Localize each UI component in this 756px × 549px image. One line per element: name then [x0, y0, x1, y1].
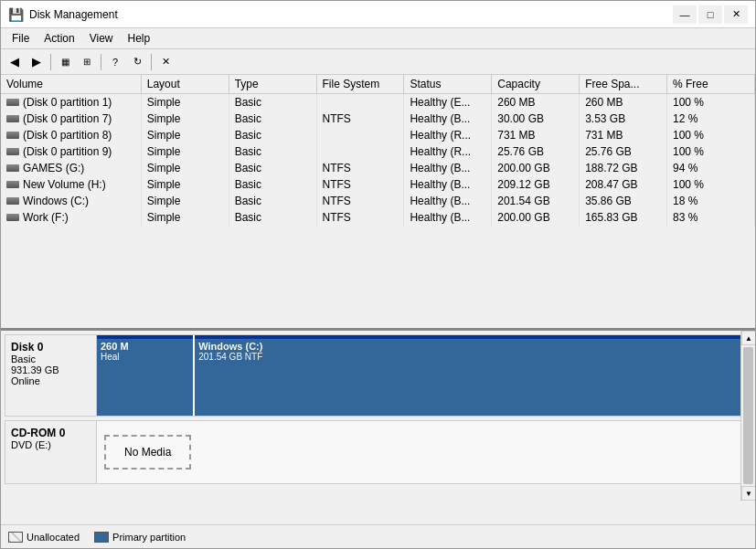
back-button[interactable]: ◀ — [5, 52, 25, 72]
table-cell: Simple — [141, 94, 229, 111]
table-cell: 12 % — [667, 111, 755, 127]
col-type[interactable]: Type — [229, 75, 316, 94]
disk-0-partitions: 260 MHealWindows (C:)201.54 GB NTFWork (… — [97, 335, 751, 416]
forward-button[interactable]: ▶ — [27, 52, 47, 72]
cdrom-status: No Media — [124, 446, 171, 459]
table-row[interactable]: (Disk 0 partition 1)SimpleBasicHealthy (… — [1, 94, 755, 111]
table-cell: 94 % — [667, 160, 755, 176]
col-filesystem[interactable]: File System — [316, 75, 404, 94]
table-row[interactable]: (Disk 0 partition 9)SimpleBasicHealthy (… — [1, 143, 755, 160]
table-cell: (Disk 0 partition 1) — [1, 94, 141, 111]
table-row[interactable]: Windows (C:)SimpleBasicNTFSHealthy (B...… — [1, 193, 755, 209]
table-row[interactable]: Work (F:)SimpleBasicNTFSHealthy (B...200… — [1, 209, 755, 226]
table-cell: Basic — [229, 176, 316, 193]
table-cell: 25.76 GB — [580, 143, 667, 160]
window-icon: 💾 — [8, 7, 24, 22]
menu-help[interactable]: Help — [121, 30, 158, 47]
help-button[interactable]: ? — [105, 52, 125, 72]
table-cell: 165.83 GB — [580, 209, 667, 226]
table-cell: Simple — [141, 176, 229, 193]
cancel-button[interactable]: ✕ — [155, 52, 176, 72]
table-cell: (Disk 0 partition 9) — [1, 143, 141, 160]
scroll-up-button[interactable]: ▲ — [741, 331, 755, 345]
table-cell: GAMES (G:) — [1, 160, 141, 176]
minimize-button[interactable]: — — [673, 5, 697, 24]
table-cell — [316, 127, 404, 143]
partition-name: Windows (C:) — [198, 341, 751, 352]
cdrom-label: CD-ROM 0 DVD (E:) — [5, 421, 97, 483]
cdrom-content: No Media — [97, 421, 751, 483]
table-row[interactable]: New Volume (H:)SimpleBasicNTFSHealthy (B… — [1, 176, 755, 193]
col-pct[interactable]: % Free — [667, 75, 755, 94]
scroll-thumb[interactable] — [743, 347, 753, 484]
col-layout[interactable]: Layout — [141, 75, 229, 94]
table-cell: 188.72 GB — [580, 160, 667, 176]
close-button[interactable]: ✕ — [724, 5, 748, 24]
table-cell: Windows (C:) — [1, 193, 141, 209]
table-cell: Work (F:) — [1, 209, 141, 226]
legend-unallocated-label: Unallocated — [27, 532, 80, 543]
cdrom-row: CD-ROM 0 DVD (E:) No Media — [5, 420, 751, 484]
menu-view[interactable]: View — [82, 30, 121, 47]
disk-0-status: Online — [11, 375, 91, 386]
disk-button[interactable]: ⊞ — [77, 52, 97, 72]
table-cell — [316, 143, 404, 160]
table-cell: 200.00 GB — [492, 209, 580, 226]
table-cell: 201.54 GB — [492, 193, 580, 209]
col-status[interactable]: Status — [404, 75, 492, 94]
main-content: Volume Layout Type File System Status Ca… — [1, 75, 755, 548]
legend-primary-box — [94, 532, 109, 543]
table-cell: Simple — [141, 193, 229, 209]
disk-0-label: Disk 0 Basic 931.39 GB Online — [5, 335, 97, 416]
table-cell: 35.86 GB — [580, 193, 667, 209]
cdrom-media: No Media — [104, 435, 191, 470]
menu-bar: File Action View Help — [1, 28, 755, 49]
table-cell: Simple — [141, 143, 229, 160]
window-title: Disk Management — [29, 8, 118, 21]
refresh-button[interactable]: ↻ — [127, 52, 147, 72]
disk-0-type: Basic — [11, 354, 91, 364]
table-cell: Simple — [141, 127, 229, 143]
table-cell: Basic — [229, 209, 316, 226]
table-cell: Basic — [229, 94, 316, 111]
table-container[interactable]: Volume Layout Type File System Status Ca… — [1, 75, 755, 328]
cdrom-name: CD-ROM 0 — [11, 427, 91, 439]
table-cell: 731 MB — [580, 127, 667, 143]
menu-file[interactable]: File — [5, 30, 37, 47]
table-cell: Basic — [229, 160, 316, 176]
table-cell: 25.76 GB — [492, 143, 580, 160]
toolbar: ◀ ▶ ▦ ⊞ ? ↻ ✕ — [1, 49, 755, 75]
table-cell: Simple — [141, 209, 229, 226]
table-cell: Healthy (B... — [404, 176, 492, 193]
maximize-button[interactable]: □ — [698, 5, 722, 24]
table-cell: 100 % — [667, 176, 755, 193]
disk-view[interactable]: Disk 0 Basic 931.39 GB Online 260 MHealW… — [1, 331, 755, 524]
legend-unallocated-box — [8, 532, 23, 543]
disk-0-row: Disk 0 Basic 931.39 GB Online 260 MHealW… — [5, 334, 751, 417]
col-volume[interactable]: Volume — [1, 75, 141, 94]
col-capacity[interactable]: Capacity — [492, 75, 580, 94]
partition-sub: Heal — [101, 352, 189, 362]
partition[interactable]: 260 MHeal — [97, 335, 195, 416]
scroll-down-button[interactable]: ▼ — [741, 486, 755, 501]
partition-name: 260 M — [101, 341, 189, 352]
table-cell: Healthy (R... — [404, 127, 492, 143]
toolbar-separator-3 — [151, 54, 152, 70]
table-cell — [316, 94, 404, 111]
col-free[interactable]: Free Spa... — [580, 75, 667, 94]
table-cell: NTFS — [316, 160, 404, 176]
menu-action[interactable]: Action — [37, 30, 81, 47]
table-cell: 18 % — [667, 193, 755, 209]
table-cell: 83 % — [667, 209, 755, 226]
partition[interactable]: Windows (C:)201.54 GB NTF — [195, 335, 751, 416]
partition-sub: 201.54 GB NTF — [198, 352, 751, 362]
table-cell: 100 % — [667, 143, 755, 160]
table-cell: Healthy (B... — [404, 209, 492, 226]
table-row[interactable]: GAMES (G:)SimpleBasicNTFSHealthy (B...20… — [1, 160, 755, 176]
table-cell: (Disk 0 partition 7) — [1, 111, 141, 127]
table-cell: NTFS — [316, 111, 404, 127]
table-row[interactable]: (Disk 0 partition 8)SimpleBasicHealthy (… — [1, 127, 755, 143]
properties-button[interactable]: ▦ — [55, 52, 75, 72]
vertical-scrollbar[interactable]: ▲ ▼ — [740, 331, 755, 501]
table-row[interactable]: (Disk 0 partition 7)SimpleBasicNTFSHealt… — [1, 111, 755, 127]
